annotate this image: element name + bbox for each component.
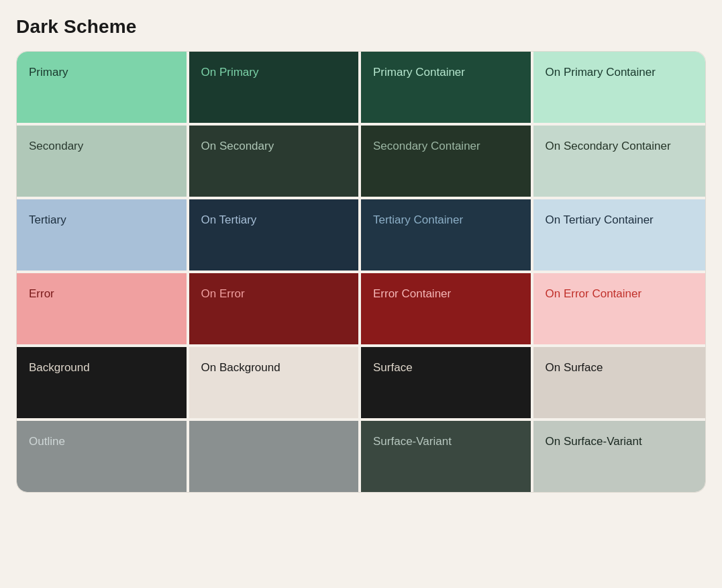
outline-cell: Outline — [17, 421, 189, 492]
error-cell: Error — [17, 273, 189, 344]
on-surface-variant-cell: On Surface-Variant — [533, 421, 706, 492]
on-error-container-cell: On Error Container — [533, 273, 706, 344]
color-grid: PrimaryOn PrimaryPrimary ContainerOn Pri… — [16, 51, 706, 493]
outline-empty-cell — [189, 421, 362, 492]
on-secondary-container-cell: On Secondary Container — [533, 126, 706, 197]
page-title: Dark Scheme — [16, 16, 706, 38]
on-primary-container-cell: On Primary Container — [533, 52, 706, 123]
on-error-cell: On Error — [189, 273, 362, 344]
tertiary-cell: Tertiary — [17, 199, 189, 271]
tertiary-row: TertiaryOn TertiaryTertiary ContainerOn … — [17, 199, 705, 273]
tertiary-container-cell: Tertiary Container — [361, 199, 533, 271]
secondary-cell: Secondary — [17, 126, 189, 197]
primary-row: PrimaryOn PrimaryPrimary ContainerOn Pri… — [17, 52, 705, 126]
on-surface-cell: On Surface — [533, 347, 706, 418]
on-tertiary-container-cell: On Tertiary Container — [533, 199, 706, 271]
primary-cell: Primary — [17, 52, 189, 123]
surface-cell: Surface — [361, 347, 533, 418]
secondary-container-cell: Secondary Container — [361, 126, 533, 197]
error-container-cell: Error Container — [361, 273, 533, 344]
outline-row: OutlineSurface-VariantOn Surface-Variant — [17, 421, 705, 492]
background-cell: Background — [17, 347, 189, 418]
on-primary-cell: On Primary — [189, 52, 362, 123]
on-secondary-cell: On Secondary — [189, 126, 362, 197]
primary-container-cell: Primary Container — [361, 52, 533, 123]
surface-variant-cell: Surface-Variant — [361, 421, 533, 492]
secondary-row: SecondaryOn SecondarySecondary Container… — [17, 126, 705, 199]
on-background-cell: On Background — [189, 347, 362, 418]
background-row: BackgroundOn BackgroundSurfaceOn Surface — [17, 347, 705, 421]
error-row: ErrorOn ErrorError ContainerOn Error Con… — [17, 273, 705, 347]
on-tertiary-cell: On Tertiary — [189, 199, 362, 271]
